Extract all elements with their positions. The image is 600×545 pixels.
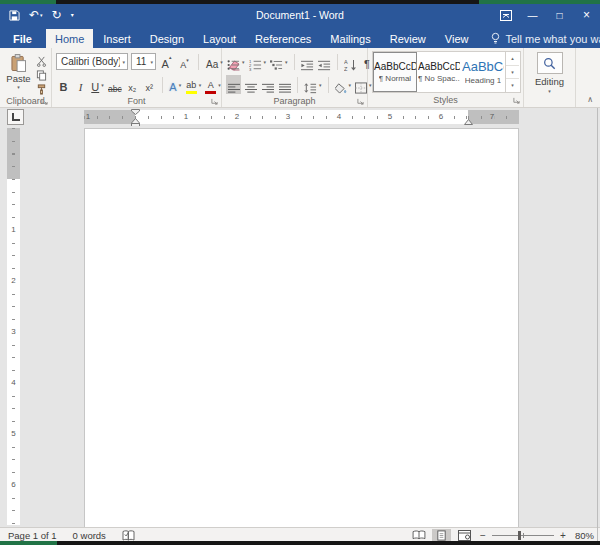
ruler-number: 2 [234,113,240,121]
cut-button[interactable] [34,54,49,67]
format-painter-button[interactable] [34,82,49,95]
ruler-number: 2 [7,277,20,285]
editing-button[interactable]: Editing ▾ [535,52,564,94]
zoom-level[interactable]: 80% [572,530,594,541]
tab-design[interactable]: Design [141,29,193,48]
increase-indent-button[interactable] [317,52,332,71]
zoom-in-button[interactable]: + [558,530,568,541]
document-page[interactable] [84,128,519,527]
style-normal[interactable]: AaBbCcDc ¶ Normal [373,52,417,92]
font-dialog-launcher[interactable] [211,98,218,105]
page-indicator[interactable]: Page 1 of 1 [8,530,57,541]
text-effects-button[interactable]: A▾ [168,75,183,94]
proofing-button[interactable] [122,530,135,541]
zoom-slider-thumb[interactable] [518,531,521,540]
styles-scroll-up-button[interactable]: ▴ [506,52,519,66]
print-layout-button[interactable] [432,529,451,542]
tab-file[interactable]: File [0,29,45,48]
align-left-button[interactable] [226,75,241,94]
web-layout-button[interactable] [455,529,474,542]
font-color-button[interactable]: A ▾ [204,75,222,94]
first-line-indent-marker[interactable] [131,109,140,115]
decrease-indent-button[interactable] [300,52,315,71]
style-heading-1[interactable]: AaBbCc Heading 1 [461,52,505,92]
font-size-dropdown-icon: ▾ [148,59,153,65]
word-count[interactable]: 0 words [73,530,106,541]
tab-insert[interactable]: Insert [94,29,140,48]
zoom-out-button[interactable]: − [478,530,488,541]
justify-button[interactable] [277,75,292,94]
undo-dropdown-icon[interactable]: ▾ [40,13,43,18]
tab-layout[interactable]: Layout [194,29,245,48]
italic-button[interactable]: I [73,75,88,94]
bullets-button[interactable]: ▾ [226,52,246,71]
strikethrough-button[interactable]: abc [107,75,123,94]
change-case-button[interactable]: Aa▾ [205,52,224,71]
close-button[interactable]: × [573,4,600,26]
styles-dialog-launcher[interactable] [513,97,520,104]
customize-qat-button[interactable]: ▾ [71,12,74,18]
multilevel-list-button[interactable]: ▾ [269,52,289,71]
ribbon-tab-bar: File Home Insert Design Layout Reference… [0,26,600,48]
save-button[interactable] [9,10,20,21]
line-spacing-button[interactable]: ▾ [303,75,323,94]
align-center-button[interactable] [243,75,258,94]
lightbulb-icon [491,32,500,45]
multilevel-list-icon [270,59,283,71]
text-effects-icon: A [169,81,176,94]
redo-icon: ↻ [52,9,62,21]
ruler-number: 1 [85,113,91,121]
clipboard-dialog-launcher[interactable] [41,98,48,105]
status-bar: Page 1 of 1 0 words [0,527,600,542]
align-left-icon [228,83,240,94]
undo-button[interactable]: ↶ ▾ [29,9,43,21]
shading-button[interactable]: ▾ [334,75,353,94]
paragraph-dialog-launcher[interactable] [357,98,364,105]
copy-button[interactable] [34,68,49,81]
sort-button[interactable]: AZ [343,52,358,71]
subscript-button[interactable]: x₂ [125,75,140,94]
ribbon-display-options-button[interactable] [492,4,519,26]
font-size-combo[interactable]: 11 ▾ [131,53,156,70]
ruler-number: 3 [285,113,291,121]
shrink-font-button[interactable]: A▾ [177,52,192,71]
tab-view[interactable]: View [436,29,478,48]
document-area: 1 2 3 4 5 6 [0,126,600,527]
tab-references[interactable]: References [246,29,320,48]
tell-me-box[interactable]: Tell me what you want to do [491,29,600,48]
styles-gallery-scroll: ▴ ▾ ▾ [505,52,519,92]
copy-icon [36,70,47,81]
clipboard-group: Paste ▾ [0,48,52,107]
maximize-button[interactable]: □ [546,4,573,26]
styles-more-button[interactable]: ▾ [506,79,519,92]
numbering-button[interactable]: 123 ▾ [248,52,268,71]
web-layout-icon [458,530,471,541]
grow-font-button[interactable]: A▴ [159,52,174,71]
find-magnifier-box [537,52,563,74]
svg-text:Z: Z [344,66,348,72]
minimize-button[interactable]: — [519,4,546,26]
ruler-number: 1 [7,226,20,234]
desktop-bottom-strip [0,541,600,545]
style-no-spacing[interactable]: AaBbCcDc ¶ No Spac... [417,52,461,92]
tab-home[interactable]: Home [46,29,93,48]
align-right-button[interactable] [260,75,275,94]
styles-scroll-down-button[interactable]: ▾ [506,66,519,80]
redo-button[interactable]: ↻ [52,9,62,21]
tab-stop-selector[interactable] [7,109,24,125]
superscript-button[interactable]: x² [142,75,157,94]
undo-icon: ↶ [29,9,39,21]
collapse-ribbon-button[interactable]: ∧ [587,95,593,104]
tab-left-icon [12,113,20,121]
font-name-combo[interactable]: Calibri (Body) ▾ [56,53,128,70]
zoom-slider[interactable] [492,531,554,540]
styles-gallery: AaBbCcDc ¶ Normal AaBbCcDc ¶ No Spac... … [372,51,521,93]
read-mode-button[interactable] [409,529,428,542]
bold-button[interactable]: B [56,75,71,94]
text-highlight-button[interactable]: ab ▾ [185,75,203,94]
tab-review[interactable]: Review [381,29,435,48]
underline-button[interactable]: U▾ [90,75,105,94]
tab-mailings[interactable]: Mailings [321,29,379,48]
paste-button[interactable]: Paste ▾ [3,51,34,95]
right-indent-marker[interactable] [464,119,473,125]
